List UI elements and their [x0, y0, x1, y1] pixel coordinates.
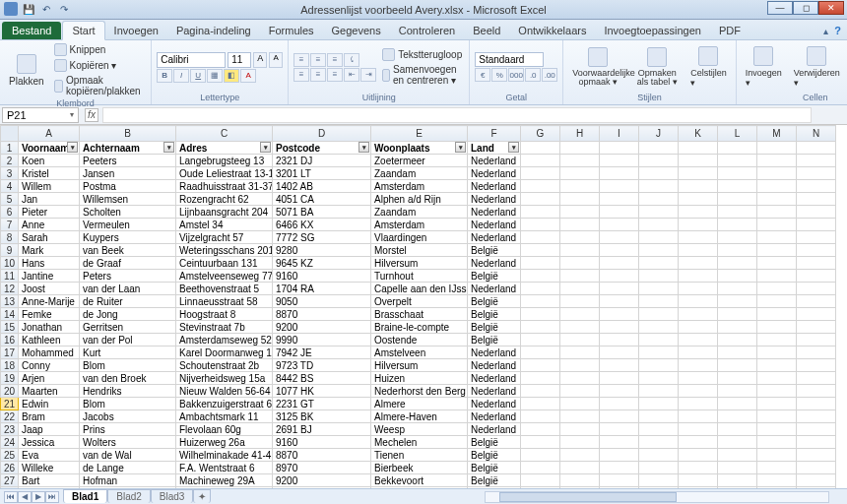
cell[interactable]: [521, 321, 560, 334]
cell[interactable]: Koen: [19, 155, 80, 167]
row-header[interactable]: 2: [1, 155, 19, 167]
cell[interactable]: [560, 231, 600, 244]
indent-dec-icon[interactable]: ⇤: [344, 68, 359, 82]
cell[interactable]: Jaap: [19, 423, 80, 436]
cell[interactable]: [521, 257, 560, 270]
cell[interactable]: Zaandam: [371, 167, 468, 180]
cell[interactable]: Raadhuisstraat 31-37: [176, 180, 273, 193]
cell[interactable]: [718, 180, 757, 193]
cell[interactable]: [639, 270, 679, 283]
cell[interactable]: 9200: [273, 474, 371, 487]
filter-icon[interactable]: ▾: [358, 142, 369, 153]
cell[interactable]: [797, 334, 836, 346]
cell[interactable]: België: [468, 449, 521, 462]
cell[interactable]: [757, 193, 797, 206]
cell[interactable]: Amstelveenseweg 77: [176, 270, 273, 283]
font-size-select[interactable]: 11: [228, 52, 251, 68]
cell[interactable]: [521, 359, 560, 372]
cell[interactable]: [560, 283, 600, 295]
cell[interactable]: [639, 334, 679, 346]
cell[interactable]: Vlaardingen: [371, 231, 468, 244]
cell[interactable]: Huizen: [371, 372, 468, 385]
cell[interactable]: Anne-Marije: [19, 295, 80, 308]
cell[interactable]: [757, 270, 797, 283]
cell[interactable]: [521, 410, 560, 423]
cell[interactable]: 8442 BS: [273, 372, 371, 385]
cell-styles-button[interactable]: Celstijlen ▾: [686, 42, 731, 92]
cell[interactable]: [718, 283, 757, 295]
cell[interactable]: [718, 410, 757, 423]
cell[interactable]: Willeke: [19, 462, 80, 474]
cell[interactable]: België: [468, 295, 521, 308]
cell[interactable]: [639, 283, 679, 295]
cell[interactable]: [757, 308, 797, 321]
cell[interactable]: Prins: [80, 423, 176, 436]
cell[interactable]: [718, 206, 757, 219]
cell[interactable]: Nederland: [468, 257, 521, 270]
italic-button[interactable]: I: [173, 69, 189, 83]
row-header[interactable]: 24: [1, 436, 19, 449]
cell[interactable]: [757, 206, 797, 219]
cell[interactable]: [560, 167, 600, 180]
row-header[interactable]: 10: [1, 257, 19, 270]
cell[interactable]: [718, 142, 757, 155]
cell[interactable]: Hendriks: [80, 385, 176, 398]
cell[interactable]: [521, 334, 560, 346]
cell[interactable]: [521, 283, 560, 295]
cell[interactable]: [521, 346, 560, 359]
cell[interactable]: [718, 193, 757, 206]
tab-formules[interactable]: Formules: [260, 22, 323, 39]
grow-font-icon[interactable]: A: [253, 52, 267, 68]
cell[interactable]: [600, 283, 639, 295]
cell[interactable]: Edwin: [19, 398, 80, 410]
cell[interactable]: België: [468, 462, 521, 474]
cell[interactable]: Peters: [80, 270, 176, 283]
cell[interactable]: [639, 321, 679, 334]
cell[interactable]: België: [468, 244, 521, 257]
row-header[interactable]: 3: [1, 167, 19, 180]
cell[interactable]: [639, 436, 679, 449]
shrink-font-icon[interactable]: A: [269, 52, 283, 68]
cell[interactable]: [560, 423, 600, 436]
row-header[interactable]: 21: [1, 398, 19, 410]
cell[interactable]: de Jong: [80, 308, 176, 321]
cell[interactable]: [679, 142, 718, 155]
cell[interactable]: Nederland: [468, 346, 521, 359]
cell[interactable]: [639, 193, 679, 206]
cell[interactable]: 9723 TD: [273, 359, 371, 372]
cell[interactable]: [679, 334, 718, 346]
cell[interactable]: 9050: [273, 295, 371, 308]
cell[interactable]: Wilhelminakade 41-43: [176, 449, 273, 462]
cell[interactable]: Rozengracht 62: [176, 193, 273, 206]
tab-pdf[interactable]: PDF: [710, 22, 749, 39]
cell[interactable]: [521, 206, 560, 219]
row-header[interactable]: 23: [1, 423, 19, 436]
cell[interactable]: [797, 257, 836, 270]
cell[interactable]: [521, 436, 560, 449]
row-header[interactable]: 15: [1, 321, 19, 334]
cell[interactable]: Linnaeusstraat 58: [176, 295, 273, 308]
cell[interactable]: [600, 462, 639, 474]
row-header[interactable]: 12: [1, 283, 19, 295]
cell[interactable]: [797, 462, 836, 474]
cell[interactable]: 9200: [273, 321, 371, 334]
name-box[interactable]: P21▾: [2, 107, 79, 123]
cell[interactable]: [600, 423, 639, 436]
cell[interactable]: [757, 449, 797, 462]
cell[interactable]: [718, 423, 757, 436]
cell[interactable]: [679, 436, 718, 449]
tab-gegevens[interactable]: Gegevens: [323, 22, 390, 39]
cell[interactable]: [679, 193, 718, 206]
percent-icon[interactable]: %: [491, 68, 507, 82]
cell[interactable]: Turnhout: [371, 270, 468, 283]
cell[interactable]: [521, 155, 560, 167]
cell[interactable]: [639, 231, 679, 244]
cell[interactable]: Nederland: [468, 193, 521, 206]
cell[interactable]: België: [468, 270, 521, 283]
cell[interactable]: Jantine: [19, 270, 80, 283]
sheet-tab-1[interactable]: Blad1: [63, 489, 107, 503]
undo-icon[interactable]: ↶: [39, 2, 53, 16]
cell[interactable]: Hans: [19, 257, 80, 270]
dec-decimal-icon[interactable]: .00: [542, 68, 557, 82]
close-button[interactable]: ✕: [818, 1, 844, 15]
